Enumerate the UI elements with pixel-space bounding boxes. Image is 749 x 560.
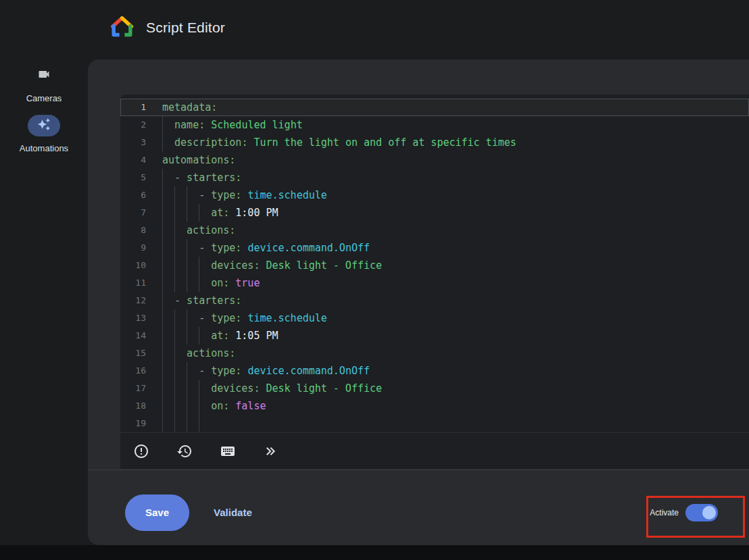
code-line[interactable]: 11on: true xyxy=(120,274,749,292)
line-number: 15 xyxy=(120,345,162,362)
code-token: on: xyxy=(211,400,229,412)
code-line[interactable]: 3description: Turn the light on and off … xyxy=(120,134,749,151)
indent-guide xyxy=(162,169,174,186)
code-line[interactable]: 15actions: xyxy=(120,345,749,362)
indent-guide xyxy=(162,239,174,257)
code-line[interactable]: 16- type: device.command.OnOff xyxy=(120,362,749,380)
code-token: - xyxy=(199,242,211,254)
code-line[interactable]: 7at: 1:00 PM xyxy=(120,204,749,222)
code-token: - xyxy=(199,365,211,377)
code-token: starters: xyxy=(187,172,241,184)
indent-guide xyxy=(162,309,174,327)
indent-guide xyxy=(174,397,187,415)
code-token: starters: xyxy=(187,295,241,307)
code-token: on: xyxy=(211,277,229,289)
line-number: 14 xyxy=(120,327,162,345)
indent-guide xyxy=(199,257,211,274)
code-token: devices: xyxy=(211,259,260,272)
indent-guide xyxy=(162,397,174,415)
indent-guide xyxy=(199,327,211,345)
toggle-knob xyxy=(702,506,716,519)
line-number: 16 xyxy=(120,362,162,380)
line-number: 17 xyxy=(120,380,162,397)
line-number: 2 xyxy=(120,116,162,134)
code-token: actions: xyxy=(187,224,235,236)
sidebar-item-label: Automations xyxy=(0,143,88,153)
indent-guide xyxy=(174,380,187,397)
script-editor[interactable]: 1metadata:2name: Scheduled light3descrip… xyxy=(120,95,749,469)
code-line[interactable]: 10devices: Desk light - Office xyxy=(120,257,749,274)
code-token: devices: xyxy=(211,382,260,394)
indent-guide xyxy=(162,116,174,134)
indent-guide xyxy=(187,257,199,274)
save-button[interactable]: Save xyxy=(125,494,189,531)
validate-button[interactable]: Validate xyxy=(210,506,256,519)
line-number: 8 xyxy=(120,222,162,239)
code-token: Scheduled light xyxy=(205,119,303,131)
code-token: name: xyxy=(174,119,205,131)
code-line[interactable]: 4automations: xyxy=(120,151,749,169)
line-number: 19 xyxy=(120,415,162,432)
code-line[interactable]: 17devices: Desk light - Office xyxy=(120,380,749,397)
indent-guide xyxy=(162,362,174,380)
indent-guide xyxy=(174,327,187,345)
indent-guide xyxy=(174,239,187,257)
code-token: metadata: xyxy=(162,101,217,113)
indent-guide xyxy=(162,204,174,222)
code-token: 1:05 PM xyxy=(229,330,278,342)
code-token: time.schedule xyxy=(241,312,327,324)
indent-guide xyxy=(162,327,174,345)
indent-guide xyxy=(174,186,187,204)
code-token: type: xyxy=(211,312,241,324)
activate-toggle[interactable] xyxy=(685,504,718,521)
indent-guide xyxy=(162,380,174,397)
keyboard-icon[interactable] xyxy=(220,443,236,459)
code-line[interactable]: 5- starters: xyxy=(120,169,749,186)
indent-guide xyxy=(174,345,187,362)
code-line[interactable]: 14at: 1:05 PM xyxy=(120,327,749,345)
code-token: Desk light - Office xyxy=(260,259,382,272)
line-number: 7 xyxy=(120,204,162,222)
indent-guide xyxy=(199,397,211,415)
code-token: device.command.OnOff xyxy=(241,242,370,254)
line-number: 13 xyxy=(120,309,162,327)
line-number: 3 xyxy=(120,134,162,151)
google-home-logo[interactable] xyxy=(110,16,135,40)
sidebar-item-cameras[interactable]: Cameras xyxy=(0,65,88,103)
editor-toolbar xyxy=(120,432,749,469)
code-token: device.command.OnOff xyxy=(241,365,370,377)
code-line[interactable]: 18on: false xyxy=(120,397,749,415)
code-token: - xyxy=(199,312,211,324)
indent-guide xyxy=(162,292,174,309)
indent-guide xyxy=(162,134,174,151)
code-line[interactable]: 12- starters: xyxy=(120,292,749,309)
code-line[interactable]: 6- type: time.schedule xyxy=(120,186,749,204)
editor-footer: Save Validate Activate xyxy=(88,469,749,545)
line-number: 4 xyxy=(120,151,162,169)
code-line[interactable]: 1metadata: xyxy=(120,99,749,116)
line-number: 5 xyxy=(120,169,162,186)
sidebar-item-automations[interactable]: Automations xyxy=(0,115,88,153)
indent-guide xyxy=(174,222,187,239)
code-token: type: xyxy=(211,242,241,254)
code-token: Desk light - Office xyxy=(260,382,382,394)
line-number: 6 xyxy=(120,186,162,204)
indent-guide xyxy=(187,186,199,204)
code-line[interactable]: 8actions: xyxy=(120,222,749,239)
code-line[interactable]: 9- type: device.command.OnOff xyxy=(120,239,749,257)
code-line[interactable]: 19 xyxy=(120,415,749,432)
indent-guide xyxy=(174,204,187,222)
code-line[interactable]: 13- type: time.schedule xyxy=(120,309,749,327)
line-number: 1 xyxy=(120,99,162,116)
history-icon[interactable] xyxy=(176,443,193,459)
indent-guide xyxy=(199,380,211,397)
indent-guide xyxy=(174,274,187,292)
code-line[interactable]: 2name: Scheduled light xyxy=(120,116,749,134)
indent-guide xyxy=(187,274,199,292)
code-token: 1:00 PM xyxy=(229,207,278,219)
double-chevron-right-icon[interactable] xyxy=(263,443,279,459)
code-token: false xyxy=(229,400,266,412)
selected-pill xyxy=(28,115,60,136)
error-outline-icon[interactable] xyxy=(133,443,149,459)
indent-guide xyxy=(174,362,187,380)
